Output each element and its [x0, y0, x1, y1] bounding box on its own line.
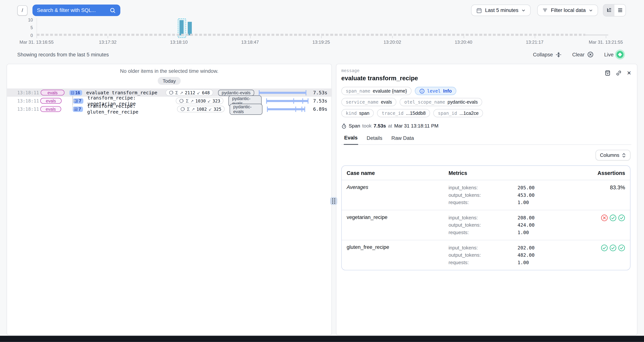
- tokens-in-count: 2112: [185, 90, 195, 95]
- tokens-in-icon: ↗: [190, 99, 194, 103]
- y-axis-label: 5: [23, 25, 33, 30]
- histogram-plot[interactable]: [36, 20, 624, 36]
- attr-key: level: [427, 88, 441, 94]
- filter-local-data-button[interactable]: Filter local data: [537, 5, 598, 16]
- span-name[interactable]: evaluate transform_recipe: [86, 90, 158, 95]
- bottom-bar: [0, 336, 644, 342]
- trace-rows: 13:18:11 evals ⊟ 16 evaluate transform_r…: [7, 88, 331, 113]
- trace-timestamp: 13:18:11: [12, 90, 40, 95]
- clear-icon: [587, 52, 594, 58]
- attr-value: span: [359, 111, 369, 116]
- service-tag[interactable]: evals: [40, 98, 62, 104]
- span-duration-bar[interactable]: [266, 98, 308, 104]
- detail-kicker: message: [342, 68, 418, 73]
- otel-scope-tag[interactable]: pydantic-evals: [218, 89, 254, 96]
- tab-details[interactable]: Details: [366, 135, 383, 144]
- trace-timestamp: 13:18:11: [12, 106, 39, 112]
- tokens-out-count: 648: [202, 90, 210, 95]
- column-header: Metrics: [448, 170, 573, 176]
- attr-trace-id[interactable]: trace_id ...15ddb8: [377, 109, 430, 117]
- attr-span-id[interactable]: span_id ...1ca2ce: [434, 109, 483, 117]
- histogram-bar[interactable]: [188, 22, 192, 36]
- span-duration-bar[interactable]: [267, 106, 308, 112]
- y-axis-label: 10: [23, 17, 33, 22]
- evals-table-header: Case name Metrics Assertions: [342, 166, 630, 180]
- list-view-toggle[interactable]: [614, 5, 626, 16]
- attr-level[interactable]: level Info: [415, 87, 456, 95]
- token-stats-pill[interactable]: Σ ↗ 1030 ↙ 323: [176, 97, 224, 104]
- tree-connector: [72, 100, 76, 101]
- tree-view-toggle[interactable]: [604, 5, 614, 16]
- collapse-button[interactable]: Collapse: [533, 52, 562, 58]
- span-duration: 6.89s: [310, 106, 328, 112]
- search-button[interactable]: Search & filter with SQL...: [32, 5, 120, 16]
- span-duration: 7.53s: [310, 98, 328, 104]
- tab-evals[interactable]: Evals: [344, 135, 358, 145]
- table-row[interactable]: vegetarian_recipe input_tokens:208.00 ou…: [342, 210, 630, 240]
- columns-button[interactable]: Columns: [595, 150, 630, 160]
- service-tag[interactable]: evals: [40, 106, 61, 112]
- duration-preposition: at: [388, 123, 392, 129]
- span-duration-bar[interactable]: [259, 90, 306, 95]
- attr-kind[interactable]: kind span: [342, 109, 374, 117]
- metric-label: output_tokens:: [448, 191, 518, 199]
- live-toggle[interactable]: Live: [604, 51, 623, 58]
- table-row[interactable]: Averages input_tokens:205.00 output_toke…: [342, 180, 630, 210]
- open-in-drawer-button[interactable]: [605, 70, 611, 76]
- x-axis-label: 13:17:32: [99, 40, 116, 44]
- search-button-label: Search & filter with SQL...: [37, 8, 96, 13]
- collapse-label: Collapse: [533, 52, 553, 58]
- assertion-pass-icon: [618, 214, 625, 221]
- x-axis-baseline: [36, 34, 585, 36]
- attr-span-name[interactable]: span_name evaluate {name}: [342, 87, 412, 95]
- duration-bar-tick: [304, 106, 305, 112]
- x-axis-tick: [250, 36, 250, 38]
- tokens-in-count: 1082: [196, 107, 207, 111]
- day-pill[interactable]: Today: [158, 77, 180, 85]
- chevron-up-down-icon: [622, 152, 626, 158]
- attr-key: kind: [346, 110, 357, 116]
- span-count-badge[interactable]: ⊟ 16: [69, 90, 82, 95]
- tab-raw-data[interactable]: Raw Data: [391, 135, 414, 144]
- x-axis-label: 13:20:40: [455, 40, 472, 44]
- duration-timestamp: Mar 31 13:18:11 PM: [394, 123, 438, 129]
- empty-window-notice: No older items in the selected time wind…: [7, 68, 331, 74]
- x-axis-label: 13:19:25: [312, 40, 330, 44]
- close-detail-button[interactable]: ✕: [627, 70, 631, 76]
- calendar-icon: [476, 7, 482, 14]
- duration-bar-fill: [266, 100, 308, 102]
- duration-bar-tick: [308, 98, 308, 104]
- attr-value: ...15ddb8: [406, 111, 426, 116]
- duration-bar-tick: [302, 98, 303, 104]
- collapse-icon: [556, 52, 562, 58]
- duration-bar-tick: [306, 90, 306, 95]
- showing-records-text: Showing records from the last 5 minutes: [17, 52, 109, 58]
- column-header: Case name: [346, 170, 448, 176]
- span-name[interactable]: transform_recipe: gluten_free_recipe: [87, 103, 177, 115]
- case-name: gluten_free_recipe: [346, 244, 448, 250]
- copy-link-button[interactable]: [616, 70, 622, 76]
- attr-service-name[interactable]: service_name evals: [342, 98, 396, 106]
- time-range-button[interactable]: Last 5 minutes: [471, 5, 531, 16]
- histogram-bar[interactable]: [180, 20, 184, 36]
- clear-button[interactable]: Clear: [572, 52, 594, 58]
- x-axis-label: Mar 31. 13:16:55: [20, 40, 54, 44]
- main-area: No older items in the selected time wind…: [6, 64, 637, 335]
- metric-value: 205.00: [518, 184, 572, 191]
- metric-value: 453.00: [518, 191, 572, 199]
- attr-key: span_name: [346, 88, 370, 94]
- duration-bar-tick: [267, 106, 268, 112]
- trace-row[interactable]: 13:18:11 evals ⊞ 7 transform_recipe: glu…: [7, 105, 331, 113]
- service-tag[interactable]: evals: [40, 90, 64, 95]
- panel-resize-handle[interactable]: [330, 197, 337, 205]
- table-row[interactable]: gluten_free_recipe input_tokens:202.00 o…: [342, 240, 630, 270]
- x-axis-tick: [534, 36, 535, 38]
- coin-icon: [179, 98, 184, 103]
- metric-value: 482.00: [518, 251, 572, 259]
- stopwatch-icon: [342, 123, 347, 129]
- coin-icon: [169, 90, 174, 95]
- token-stats-pill[interactable]: Σ ↗ 1082 ↙ 325: [177, 106, 224, 112]
- metric-value: 1.00: [518, 199, 572, 206]
- attr-otel-scope-name[interactable]: otel_scope_name pydantic-evals: [400, 98, 482, 106]
- otel-scope-tag[interactable]: pydantic-evals: [230, 103, 262, 115]
